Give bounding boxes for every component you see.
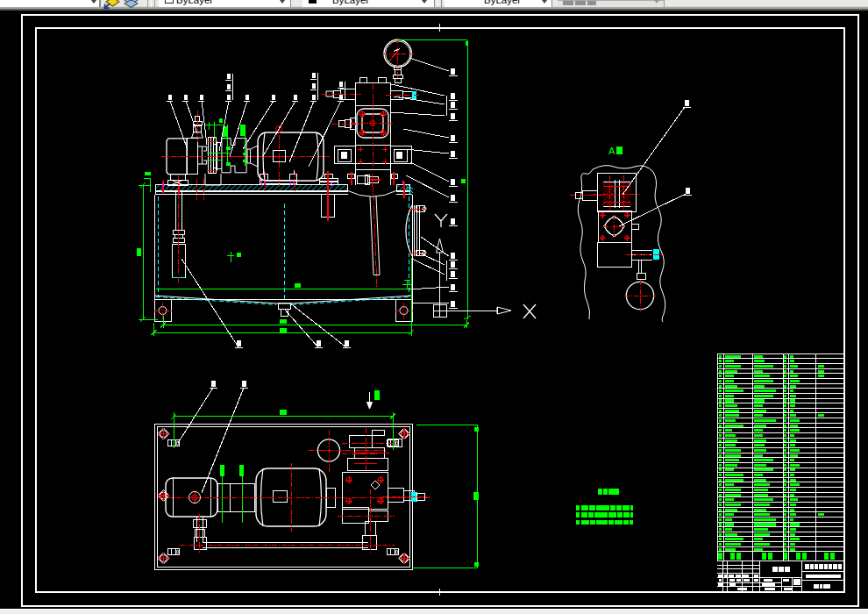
svg-text:ByLayer: ByLayer [176, 0, 213, 5]
svg-text:A: A [608, 146, 615, 156]
svg-text:ByLayer: ByLayer [332, 0, 369, 5]
svg-text:ByLayer: ByLayer [484, 0, 521, 5]
